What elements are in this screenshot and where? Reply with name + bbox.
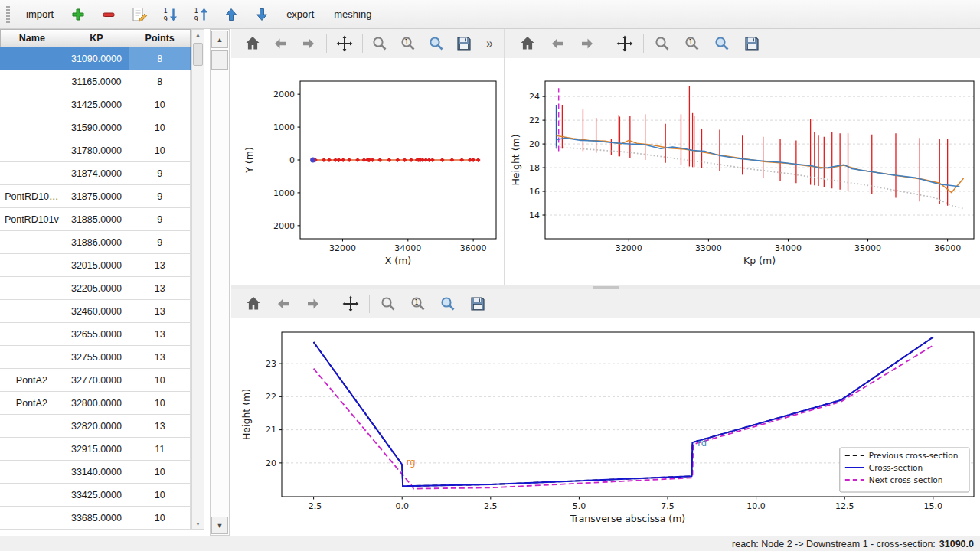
zoom-rect-button[interactable]: [710, 32, 733, 55]
cell-points[interactable]: 13: [129, 323, 191, 346]
table-row[interactable]: 32655.000013: [0, 323, 191, 346]
back-button[interactable]: [546, 32, 569, 55]
cell-name[interactable]: [0, 507, 64, 530]
cell-name[interactable]: [0, 47, 64, 70]
export-button[interactable]: export: [279, 5, 321, 24]
sort-ascending-button[interactable]: 19: [189, 3, 212, 26]
meshing-button[interactable]: meshing: [327, 5, 378, 24]
pan-button[interactable]: [334, 32, 355, 55]
cell-points[interactable]: 10: [129, 392, 191, 415]
cell-kp[interactable]: 32655.0000: [64, 323, 130, 346]
cell-points[interactable]: 13: [129, 346, 191, 369]
table-row[interactable]: 31425.000010: [0, 93, 191, 116]
cell-points[interactable]: 9: [129, 162, 191, 185]
cell-points[interactable]: 10: [129, 369, 191, 392]
cell-name[interactable]: [0, 93, 64, 116]
cell-name[interactable]: [0, 139, 64, 162]
cell-kp[interactable]: 31590.0000: [64, 116, 130, 139]
add-button[interactable]: [67, 3, 90, 26]
cell-kp[interactable]: 31886.0000: [64, 231, 130, 254]
cell-name[interactable]: [0, 461, 64, 484]
forward-button[interactable]: [298, 32, 319, 55]
panel-scrollbar[interactable]: ▲ ▼: [210, 29, 230, 536]
cell-name[interactable]: PontA2: [0, 392, 64, 415]
table-row[interactable]: 31165.00008: [0, 70, 191, 93]
cell-kp[interactable]: 32915.0000: [64, 438, 130, 461]
table-scrollbar[interactable]: ▲ ▼: [191, 29, 204, 530]
cell-kp[interactable]: 31090.0000: [64, 47, 130, 70]
table-row[interactable]: 31090.00008: [0, 47, 191, 70]
cell-kp[interactable]: 33685.0000: [64, 507, 130, 530]
longitudinal-profile-canvas[interactable]: 3200033000340003500036000141618202224Kp …: [505, 58, 980, 285]
zoom-button[interactable]: [651, 32, 674, 55]
table-row[interactable]: 32755.000013: [0, 346, 191, 369]
table-row[interactable]: 31886.00009: [0, 231, 191, 254]
cell-kp[interactable]: 32770.0000: [64, 369, 130, 392]
cell-name[interactable]: [0, 415, 64, 438]
zoom-rect-button[interactable]: [436, 292, 459, 315]
cell-name[interactable]: PontA2: [0, 369, 64, 392]
zoom-original-button[interactable]: 1: [397, 32, 419, 55]
plan-view-canvas[interactable]: 320003400036000-2000-1000010002000X (m)Y…: [231, 58, 504, 285]
save-button[interactable]: [466, 292, 489, 315]
zoom-rect-button[interactable]: [426, 32, 447, 55]
cell-points[interactable]: 9: [129, 231, 191, 254]
column-header-points[interactable]: Points: [129, 29, 191, 47]
cell-points[interactable]: 8: [129, 47, 191, 70]
cell-kp[interactable]: 31885.0000: [64, 208, 130, 231]
pan-button[interactable]: [339, 292, 362, 315]
cell-name[interactable]: [0, 162, 64, 185]
back-button[interactable]: [270, 32, 292, 55]
cell-points[interactable]: 13: [129, 254, 191, 277]
column-header-kp[interactable]: KP: [64, 29, 130, 47]
cell-name[interactable]: PontRD101v: [0, 208, 64, 231]
edit-button[interactable]: [128, 3, 151, 26]
panel-scrollbar-track[interactable]: [211, 70, 229, 516]
cell-name[interactable]: [0, 277, 64, 300]
cell-points[interactable]: 10: [129, 484, 191, 507]
move-up-button[interactable]: [220, 3, 243, 26]
table-row[interactable]: 31780.000010: [0, 139, 191, 162]
table-row[interactable]: PontA232800.000010: [0, 392, 191, 415]
pan-button[interactable]: [613, 32, 636, 55]
cell-name[interactable]: PontRD10…: [0, 185, 64, 208]
table-row[interactable]: 33140.000010: [0, 461, 191, 484]
toolbar-drag-handle[interactable]: [6, 6, 10, 23]
cell-kp[interactable]: 31875.0000: [64, 185, 130, 208]
zoom-button[interactable]: [369, 32, 390, 55]
cell-kp[interactable]: 31780.0000: [64, 139, 130, 162]
sort-descending-button[interactable]: 19: [158, 3, 181, 26]
cell-points[interactable]: 10: [129, 93, 191, 116]
cell-kp[interactable]: 32205.0000: [64, 277, 130, 300]
back-button[interactable]: [272, 292, 295, 315]
table-scrollbar-track[interactable]: [192, 40, 204, 519]
cell-name[interactable]: [0, 300, 64, 323]
cell-name[interactable]: [0, 254, 64, 277]
cell-name[interactable]: [0, 323, 64, 346]
column-header-name[interactable]: Name: [0, 29, 64, 47]
cell-points[interactable]: 9: [129, 185, 191, 208]
cell-name[interactable]: [0, 70, 64, 93]
cell-points[interactable]: 13: [129, 415, 191, 438]
table-row[interactable]: PontRD10…31875.00009: [0, 185, 191, 208]
cell-kp[interactable]: 33425.0000: [64, 484, 130, 507]
cell-points[interactable]: 11: [129, 438, 191, 461]
cell-points[interactable]: 10: [129, 461, 191, 484]
table-row[interactable]: 32015.000013: [0, 254, 191, 277]
table-row[interactable]: 32820.000013: [0, 415, 191, 438]
table-scrollbar-thumb[interactable]: [193, 43, 203, 66]
cell-name[interactable]: [0, 484, 64, 507]
cell-name[interactable]: [0, 231, 64, 254]
table-row[interactable]: 32460.000013: [0, 300, 191, 323]
cell-kp[interactable]: 31874.0000: [64, 162, 130, 185]
zoom-original-button[interactable]: 1: [681, 32, 704, 55]
cell-kp[interactable]: 32800.0000: [64, 392, 130, 415]
cell-kp[interactable]: 31425.0000: [64, 93, 130, 116]
table-row[interactable]: 31874.00009: [0, 162, 191, 185]
table-row[interactable]: 33685.000010: [0, 507, 191, 530]
table-row[interactable]: 32205.000013: [0, 277, 191, 300]
save-button[interactable]: [453, 32, 475, 55]
cell-kp[interactable]: 33140.0000: [64, 461, 130, 484]
import-button[interactable]: import: [19, 5, 60, 24]
splitter-grip[interactable]: [593, 286, 619, 289]
